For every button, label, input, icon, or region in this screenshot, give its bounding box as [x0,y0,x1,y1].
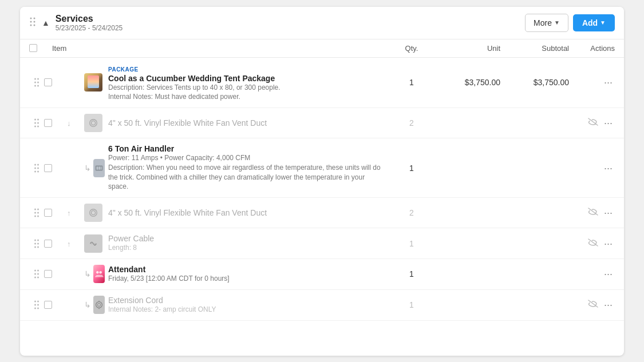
item-description: Length: 8 [108,243,382,253]
row-checkbox-wrap [44,270,67,278]
row-arrow: ↓ [67,118,84,128]
item-thumbnail [84,234,102,253]
item-qty: 2 [386,208,437,217]
col-qty-label: Qty. [386,44,437,53]
row-checkbox[interactable] [44,119,52,127]
svg-point-17 [37,126,39,128]
svg-point-0 [30,18,32,19]
row-menu-button[interactable]: ··· [602,268,615,280]
svg-point-39 [37,239,39,241]
table-row: ↳ 6 Ton Air Handler Power: 11 Amps • Pow… [20,138,624,198]
svg-point-22 [34,167,36,169]
svg-point-31 [37,209,39,210]
drag-handle-icon[interactable] [29,17,36,29]
svg-point-42 [34,246,36,248]
row-checkbox-wrap [44,209,67,217]
item-name: 4" x 50 ft. Vinyl Flexible White Fan Ven… [108,118,382,128]
eye-off-icon[interactable] [588,208,598,218]
svg-point-3 [34,21,35,23]
svg-point-57 [34,308,36,309]
row-menu-button[interactable]: ··· [602,237,615,250]
row-indent [84,234,105,253]
row-drag-handle[interactable] [29,300,44,310]
row-menu-button[interactable]: ··· [602,299,615,311]
table-row: ↑ 4" x 50 ft. Vinyl Flexible White Fan V… [20,198,624,228]
svg-point-47 [34,273,36,275]
svg-point-43 [37,246,39,248]
svg-point-35 [37,216,39,217]
item-name: 4" x 50 ft. Vinyl Flexible White Fan Ven… [108,208,382,217]
svg-point-5 [34,25,35,26]
section-dates: 5/23/2025 - 5/24/2025 [56,24,525,32]
item-thumbnail [84,114,102,132]
row-indent: ↳ [84,265,105,283]
table-body: PACKAGE Cool as a Cucumber Wedding Tent … [20,58,624,321]
svg-point-58 [37,308,39,309]
item-info: 6 Ton Air Handler Power: 11 Amps • Power… [105,144,386,192]
row-checkbox[interactable] [44,209,52,217]
row-checkbox-wrap [44,119,67,127]
row-checkbox[interactable] [44,270,52,278]
row-checkbox[interactable] [44,164,52,172]
svg-point-45 [34,270,36,272]
row-checkbox[interactable] [44,78,52,86]
item-actions: ··· [569,299,615,311]
row-drag-handle[interactable] [29,163,44,173]
item-thumbnail [84,204,102,222]
section-title: Services [56,14,525,24]
row-indent [84,114,105,132]
item-thumbnail [93,159,105,177]
svg-point-32 [34,212,36,214]
item-info: Extension Cord Internal Notes: 2- amp ci… [105,296,386,315]
row-drag-handle[interactable] [29,77,44,87]
item-description: Friday, 5/23 [12:00 AM CDT for 0 hours] [108,274,382,284]
svg-rect-29 [101,166,102,169]
item-qty: 1 [386,269,437,279]
row-drag-handle[interactable] [29,238,44,249]
arrow-down-icon[interactable]: ↓ [67,119,71,128]
item-info: 4" x 50 ft. Vinyl Flexible White Fan Ven… [105,118,386,128]
row-menu-button[interactable]: ··· [602,206,615,219]
svg-point-15 [37,122,39,124]
item-qty: 1 [386,164,437,173]
eye-off-icon[interactable] [588,118,598,128]
svg-point-16 [34,126,36,128]
item-name: Extension Cord [108,296,382,305]
section-header: ▲ Services 5/23/2025 - 5/24/2025 More ▼ … [20,7,624,39]
select-all-checkbox[interactable] [29,44,37,52]
eye-off-icon[interactable] [588,238,598,249]
item-description: Internal Notes: 2- amp circuit ONLY [108,305,382,315]
item-qty: 1 [386,239,437,248]
col-checkbox [29,44,52,52]
item-actions: ··· [569,237,615,250]
table-row: ↑ Power Cable Length: 8 1 ··· [20,228,624,259]
row-indent: ↳ [84,159,105,177]
svg-point-11 [37,85,39,87]
row-menu-button[interactable]: ··· [602,162,615,174]
svg-point-2 [30,21,32,23]
svg-point-20 [34,164,36,165]
svg-point-48 [37,273,39,275]
more-button[interactable]: More ▼ [525,14,568,32]
arrow-up-icon[interactable]: ↑ [67,209,71,217]
row-drag-handle[interactable] [29,208,44,218]
row-checkbox-wrap [44,78,67,86]
arrow-up-icon[interactable]: ↑ [67,240,71,248]
eye-off-icon[interactable] [588,300,598,310]
row-checkbox[interactable] [44,240,52,248]
col-subtotal-label: Subtotal [500,44,569,53]
row-menu-button[interactable]: ··· [602,76,615,89]
svg-point-14 [34,122,36,124]
svg-point-33 [37,212,39,214]
row-drag-handle[interactable] [29,118,44,128]
row-drag-handle[interactable] [29,269,44,279]
svg-point-21 [37,164,39,165]
svg-point-6 [34,78,36,80]
svg-point-56 [37,304,39,306]
collapse-icon[interactable]: ▲ [42,18,50,27]
item-subtotal: $3,750.00 [500,78,569,87]
add-button[interactable]: Add ▼ [573,14,615,31]
row-menu-button[interactable]: ··· [602,117,615,129]
row-checkbox[interactable] [44,301,52,309]
row-checkbox-wrap [44,164,67,172]
